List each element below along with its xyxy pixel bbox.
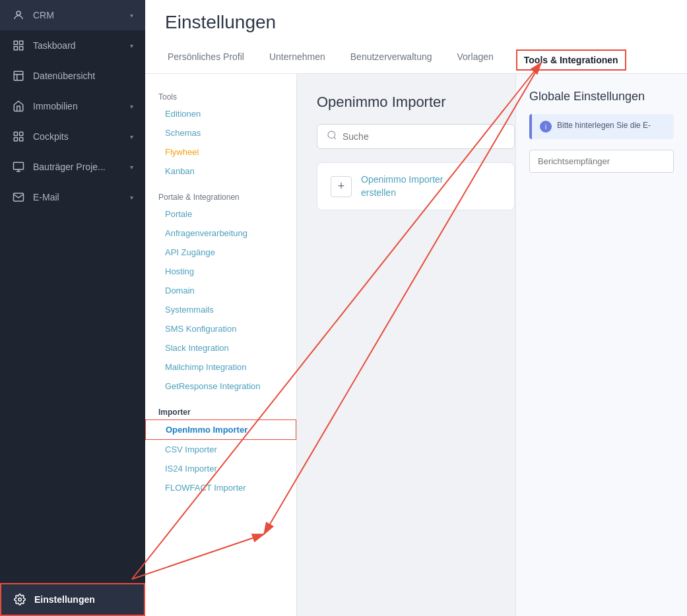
svg-rect-10 [14, 138, 17, 141]
subnav-item-is24[interactable]: IS24 Importer [145, 459, 296, 478]
subnav-item-editionen[interactable]: Editionen [145, 104, 296, 123]
svg-point-16 [328, 131, 335, 139]
chevron-icon: ▾ [130, 194, 133, 201]
immobilien-icon [12, 100, 25, 113]
tab-benutzerverwaltung[interactable]: Benutzerverwaltung [348, 41, 435, 74]
create-importer-card[interactable]: + Openimmo Importererstellen [317, 162, 515, 210]
sidebar-item-datenoversicht[interactable]: Datenübersicht [0, 61, 145, 91]
chevron-icon: ▾ [130, 12, 133, 19]
subnav-item-schemas[interactable]: Schemas [145, 123, 296, 142]
chevron-icon: ▾ [130, 103, 133, 110]
header-area: Einstellungen Persönliches Profil Untern… [145, 0, 687, 74]
project-icon [12, 160, 25, 173]
subnav-item-kanban[interactable]: Kanban [145, 162, 296, 181]
cockpits-icon [12, 130, 25, 143]
sidebar-item-crm[interactable]: CRM ▾ [0, 0, 145, 30]
subnav-item-anfragen[interactable]: Anfragenverarbeitung [145, 224, 296, 243]
svg-point-15 [18, 598, 22, 601]
sidebar-item-cockpits[interactable]: Cockpits ▾ [0, 121, 145, 152]
chevron-icon: ▾ [130, 133, 133, 140]
svg-point-0 [16, 11, 20, 15]
main-area: Einstellungen Persönliches Profil Untern… [145, 0, 687, 616]
svg-line-17 [334, 137, 336, 139]
tab-vorlagen[interactable]: Vorlagen [455, 41, 496, 74]
create-label: Openimmo Importererstellen [361, 173, 443, 199]
tab-persoenliches-profil[interactable]: Persönliches Profil [165, 41, 247, 74]
svg-rect-2 [20, 41, 23, 44]
chevron-icon: ▾ [130, 42, 133, 49]
right-panel: Globale Einstellungen i Bitte hinterlege… [515, 74, 687, 616]
subnav-item-domain[interactable]: Domain [145, 281, 296, 300]
data-icon [12, 69, 25, 82]
svg-rect-9 [20, 132, 23, 135]
settings-icon [13, 593, 26, 606]
sidebar-item-einstellungen[interactable]: Einstellungen [0, 583, 145, 616]
sidebar-item-email[interactable]: E-Mail ▾ [0, 182, 145, 212]
subnav-section-importer: Importer [145, 402, 296, 419]
subnav-item-systemmails[interactable]: Systemmails [145, 300, 296, 319]
svg-rect-8 [14, 132, 17, 135]
sidebar-item-bautraeger[interactable]: Bauträger Proje... ▾ [0, 152, 145, 182]
tabs-bar: Persönliches Profil Unternehmen Benutzer… [165, 41, 667, 73]
subnav-item-api[interactable]: API Zugänge [145, 243, 296, 262]
svg-rect-11 [20, 138, 23, 141]
subnav-item-flywheel[interactable]: Flywheel [145, 142, 296, 162]
search-input[interactable] [343, 131, 505, 142]
plus-button[interactable]: + [331, 176, 352, 197]
svg-rect-3 [14, 47, 17, 50]
tab-unternehmen[interactable]: Unternehmen [267, 41, 328, 74]
sub-navigation: Tools Editionen Schemas Flywheel Kanban … [145, 74, 297, 616]
subnav-item-slack[interactable]: Slack Integration [145, 338, 296, 357]
subnav-item-flowfact[interactable]: FLOWFACT Importer [145, 478, 296, 497]
info-icon: i [540, 121, 552, 133]
taskboard-icon [12, 39, 25, 52]
svg-rect-1 [14, 41, 17, 44]
subnav-section-tools: Tools [145, 87, 296, 104]
search-icon [327, 130, 337, 143]
main-content: Openimmo Importer + Openimmo Importerers… [297, 74, 515, 616]
subnav-item-mailchimp[interactable]: Mailchimp Integration [145, 357, 296, 377]
info-text: Bitte hinterlegen Sie die E- [557, 121, 651, 130]
sidebar-item-immobilien[interactable]: Immobilien ▾ [0, 91, 145, 121]
subnav-section-portale: Portale & Integrationen [145, 187, 296, 204]
subnav-item-getresponse[interactable]: GetResponse Integration [145, 377, 296, 396]
subnav-item-csv[interactable]: CSV Importer [145, 440, 296, 459]
report-input[interactable] [529, 150, 674, 173]
chevron-icon: ▾ [130, 164, 133, 171]
svg-rect-5 [14, 71, 23, 80]
content-area: Tools Editionen Schemas Flywheel Kanban … [145, 74, 687, 616]
sidebar: CRM ▾ Taskboard ▾ Datenübersicht Immobil… [0, 0, 145, 616]
search-bar[interactable] [317, 124, 515, 149]
info-box: i Bitte hinterlegen Sie die E- [529, 114, 674, 139]
page-title: Einstellungen [165, 12, 667, 33]
subnav-item-openimmo[interactable]: OpenImmo Importer [145, 419, 296, 440]
sidebar-item-taskboard[interactable]: Taskboard ▾ [0, 30, 145, 61]
subnav-item-hosting[interactable]: Hosting [145, 262, 296, 281]
svg-rect-12 [14, 162, 24, 169]
tab-tools-integrationen[interactable]: Tools & Integrationen [516, 49, 626, 71]
crm-icon [12, 9, 25, 22]
subnav-item-portale[interactable]: Portale [145, 204, 296, 224]
email-icon [12, 191, 25, 204]
svg-rect-4 [20, 47, 23, 50]
openimmo-title: Openimmo Importer [317, 94, 496, 111]
subnav-item-sms[interactable]: SMS Konfiguration [145, 319, 296, 338]
right-panel-title: Globale Einstellungen [529, 90, 674, 104]
